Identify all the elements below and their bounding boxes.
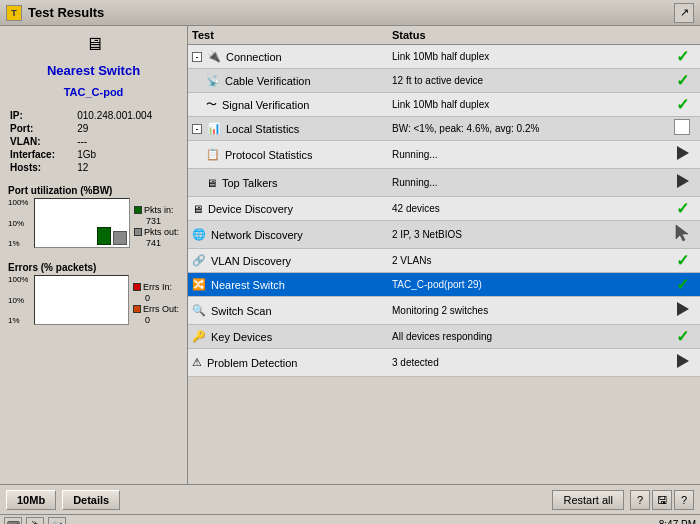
details-button[interactable]: Details — [62, 490, 120, 510]
test-name-cell: 🌐 Network Discovery — [192, 228, 392, 241]
row-test-label: Protocol Statistics — [225, 149, 312, 161]
test-name-cell: 🔀 Nearest Switch — [192, 278, 392, 291]
svg-marker-1 — [677, 174, 689, 188]
status-icon-cell — [668, 299, 696, 322]
test-name-cell: 📋 Protocol Statistics — [192, 148, 392, 161]
switch-info-table: IP: 010.248.001.004 Port: 29 VLAN: --- I… — [8, 108, 179, 175]
test-status-cell: 2 VLANs — [392, 255, 668, 266]
port-y-axis: 100% 10% 1% — [8, 198, 28, 248]
row-test-label: Key Devices — [211, 331, 272, 343]
title-icon: T — [6, 5, 22, 21]
row-type-icon: 🔗 — [192, 254, 206, 267]
row-test-label: Cable Verification — [225, 75, 311, 87]
table-row[interactable]: 🌐 Network Discovery 2 IP, 3 NetBIOS — [188, 221, 700, 249]
errs-in-val: 0 — [133, 293, 179, 303]
tree-toggle[interactable]: - — [192, 124, 202, 134]
vlan-label: VLAN: — [10, 136, 75, 147]
row-type-icon: 🔑 — [192, 330, 206, 343]
test-status-cell: BW: <1%, peak: 4.6%, avg: 0.2% — [392, 123, 668, 134]
err-y-axis: 100% 10% 1% — [8, 275, 28, 325]
toolbar-help-icon[interactable]: ? — [630, 490, 650, 510]
status-time: 8:47 PM — [659, 519, 696, 524]
col-icon-header — [668, 29, 696, 41]
row-test-label: Device Discovery — [208, 203, 293, 215]
test-status-cell: 12 ft to active device — [392, 75, 668, 86]
speed-button[interactable]: 10Mb — [6, 490, 56, 510]
help-icon[interactable]: ↗ — [674, 3, 694, 23]
row-test-label: Switch Scan — [211, 305, 272, 317]
interface-label: Interface: — [10, 149, 75, 160]
test-status-cell: 42 devices — [392, 203, 668, 214]
pkts-in-bar — [97, 227, 111, 245]
test-name-cell: ⚠ Problem Detection — [192, 356, 392, 369]
test-name-cell: 🔑 Key Devices — [192, 330, 392, 343]
status-icon-cell — [668, 143, 696, 166]
table-row[interactable]: 📡 Cable Verification 12 ft to active dev… — [188, 69, 700, 93]
toolbar-save-icon[interactable]: 🖫 — [652, 490, 672, 510]
table-row[interactable]: 📋 Protocol Statistics Running... — [188, 141, 700, 169]
table-row[interactable]: 🖥 Device Discovery 42 devices ✓ — [188, 197, 700, 221]
test-name-cell: 🔗 VLAN Discovery — [192, 254, 392, 267]
restart-all-button[interactable]: Restart all — [552, 490, 624, 510]
row-test-label: Top Talkers — [222, 177, 277, 189]
row-type-icon: 🌐 — [192, 228, 206, 241]
status-btn-3[interactable]: 📷 — [48, 517, 66, 525]
row-test-label: Nearest Switch — [211, 279, 285, 291]
table-row[interactable]: - 🔌 Connection Link 10Mb half duplex ✓ — [188, 45, 700, 69]
row-test-label: VLAN Discovery — [211, 255, 291, 267]
port-label: Port: — [10, 123, 75, 134]
table-row[interactable]: 🖥 Top Talkers Running... — [188, 169, 700, 197]
status-icon-cell: ✓ — [668, 71, 696, 90]
table-row[interactable]: 🔑 Key Devices All devices responding ✓ — [188, 325, 700, 349]
port-util-chart — [34, 198, 130, 248]
test-status-cell: TAC_C-pod(port 29) — [392, 279, 668, 290]
pkts-out-bar — [113, 231, 127, 245]
status-icon-cell: ✓ — [668, 95, 696, 114]
status-icon-cell: ✓ — [668, 251, 696, 270]
ip-label: IP: — [10, 110, 75, 121]
row-test-label: Local Statistics — [226, 123, 299, 135]
table-row[interactable]: 🔀 Nearest Switch TAC_C-pod(port 29) ✓ — [188, 273, 700, 297]
status-btn-1[interactable]: ⌨ — [4, 517, 22, 525]
test-name-cell: 🖥 Device Discovery — [192, 203, 392, 215]
test-name-cell: - 📊 Local Statistics — [192, 122, 392, 135]
right-panel: Test Status - 🔌 Connection Link 10Mb hal… — [188, 26, 700, 484]
row-type-icon: 〜 — [206, 97, 217, 112]
results-table: - 🔌 Connection Link 10Mb half duplex ✓ 📡… — [188, 45, 700, 484]
bottom-toolbar: 10Mb Details Restart all ? 🖫 ? — [0, 484, 700, 514]
row-type-icon: ⚠ — [192, 356, 202, 369]
table-row[interactable]: 🔗 VLAN Discovery 2 VLANs ✓ — [188, 249, 700, 273]
status-bar: ⌨ 🖱 📷 8:47 PM — [0, 514, 700, 524]
window-title: Test Results — [28, 5, 674, 20]
test-status-cell: Running... — [392, 177, 668, 188]
test-status-cell: 3 detected — [392, 357, 668, 368]
status-icon-cell — [668, 223, 696, 246]
test-name-cell: 〜 Signal Verification — [192, 97, 392, 112]
svg-marker-2 — [676, 225, 688, 241]
status-icon-cell — [668, 119, 696, 138]
row-type-icon: 🖥 — [192, 203, 203, 215]
col-test-header: Test — [192, 29, 392, 41]
status-btn-2[interactable]: 🖱 — [26, 517, 44, 525]
err-chart — [34, 275, 129, 325]
test-name-cell: 🖥 Top Talkers — [192, 177, 392, 189]
port-legend: Pkts in: 731 Pkts out: 741 — [134, 205, 179, 248]
row-test-label: Network Discovery — [211, 229, 303, 241]
svg-marker-3 — [677, 302, 689, 316]
pkts-in-val: 731 — [134, 216, 179, 226]
test-status-cell: Link 10Mb half duplex — [392, 99, 668, 110]
test-name-cell: 📡 Cable Verification — [192, 74, 392, 87]
table-row[interactable]: 🔍 Switch Scan Monitoring 2 switches — [188, 297, 700, 325]
row-test-label: Signal Verification — [222, 99, 309, 111]
col-status-header: Status — [392, 29, 668, 41]
test-status-cell: 2 IP, 3 NetBIOS — [392, 229, 668, 240]
ip-value: 010.248.001.004 — [77, 110, 177, 121]
table-row[interactable]: - 📊 Local Statistics BW: <1%, peak: 4.6%… — [188, 117, 700, 141]
test-status-cell: Link 10Mb half duplex — [392, 51, 668, 62]
test-status-cell: Running... — [392, 149, 668, 160]
test-status-cell: Monitoring 2 switches — [392, 305, 668, 316]
tree-toggle[interactable]: - — [192, 52, 202, 62]
table-row[interactable]: 〜 Signal Verification Link 10Mb half dup… — [188, 93, 700, 117]
toolbar-question-icon[interactable]: ? — [674, 490, 694, 510]
table-row[interactable]: ⚠ Problem Detection 3 detected — [188, 349, 700, 377]
